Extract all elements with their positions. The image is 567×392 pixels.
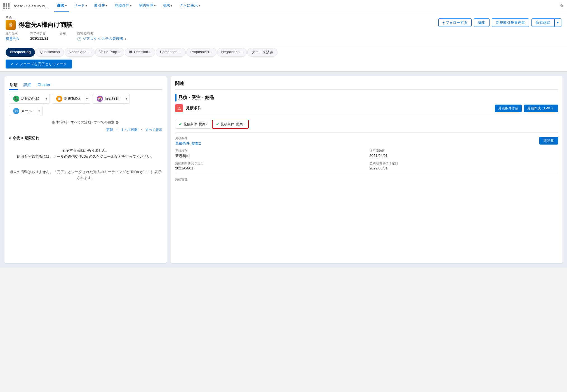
- left-panel: 活動 詳細 Chatter 📞 活動の記録 ▾ 📋 新規ToDo ▾: [4, 76, 167, 263]
- check-icon: ✔: [179, 122, 182, 127]
- follow-button[interactable]: + フォローする: [438, 18, 472, 27]
- chevron-down-icon: ▾: [86, 4, 87, 7]
- top-navigation: soasc - SalesCloud ... 商談 ▾ リード ▾ 取引先 ▾ …: [0, 0, 567, 12]
- kanren-header-row: 見積・受注・納品: [175, 94, 558, 101]
- stage-tab-closed[interactable]: クローズ済み: [247, 48, 277, 57]
- quote-name-field: 見積条件 見積条件_提案2: [175, 136, 201, 146]
- new-action-button[interactable]: 📅 新規行動: [93, 94, 123, 104]
- panel-tabs: 活動 詳細 Chatter: [9, 81, 162, 90]
- kanren-accent-bar: [175, 94, 177, 101]
- nav-label-account: 取引先: [94, 3, 105, 8]
- detail-grid: 見積種別 新規契約 適用開始日 2021/04/01 契約期間 開始予定日 20…: [175, 149, 558, 170]
- stage-tab-prospecting[interactable]: Prospecting: [6, 48, 35, 57]
- upcoming-empty-state: 表示する活動がありません。 使用を開始するには、メールの送信や ToDo のスケ…: [9, 143, 162, 164]
- nav-item-contract[interactable]: 契約管理 ▾: [136, 0, 158, 12]
- stage-tab-needs-analysis[interactable]: Needs Anal...: [65, 48, 95, 57]
- chevron-down-icon: ▾: [9, 136, 11, 140]
- email-dropdown[interactable]: ▾: [36, 106, 43, 116]
- tab-chatter[interactable]: Chatter: [37, 81, 51, 90]
- owner-name[interactable]: ソアスク システム管理者: [83, 36, 124, 41]
- meta-amount: 金額: [60, 32, 66, 36]
- stage-bar: Prospecting Qualification Needs Anal... …: [0, 45, 567, 72]
- quote-tabs: ✔ 見積条件_提案2 ✔ 見積条件_提案1: [175, 120, 558, 129]
- record-icon-title: 商談 ♛ 得意先A様向け商談: [6, 15, 72, 30]
- divider-2: [175, 133, 558, 133]
- app-grid-icon[interactable]: [3, 3, 10, 9]
- email-button[interactable]: ✉ メール: [9, 106, 36, 116]
- stage-tab-negotiation[interactable]: Negotiation...: [217, 48, 247, 57]
- record-meta: 取引先名 得意先A 完了予定日 2030/12/31 金額 商談 所有者 🕐 ソ…: [6, 32, 561, 41]
- quote-section: 見積・受注・納品 ⚠ 見積条件 見積条件作成 見積作成（LWC） ✔ 見積条件_…: [175, 94, 558, 182]
- related-panel-title: 関連: [175, 81, 558, 90]
- new-todo-button[interactable]: 📋 新規ToDo: [52, 94, 84, 104]
- stage-tab-id-decision[interactable]: Id. Decision...: [125, 48, 155, 57]
- nav-item-lead[interactable]: リード ▾: [71, 0, 90, 12]
- main-content: 活動 詳細 Chatter 📞 活動の記録 ▾ 📋 新規ToDo ▾: [0, 72, 567, 268]
- nav-item-quote[interactable]: 見積条件 ▾: [112, 0, 134, 12]
- nav-item-shōdan[interactable]: 商談 ▾: [54, 0, 69, 12]
- btn-group-record-activity: 📞 活動の記録 ▾: [9, 94, 50, 104]
- stage-tab-proposal[interactable]: Proposal/Pr...: [186, 48, 217, 57]
- right-panel: 関連 見積・受注・納品 ⚠ 見積条件 見積条件作成 見積作成（LWC）: [171, 76, 563, 263]
- record-icon: ♛: [6, 20, 16, 30]
- create-quote-button[interactable]: 見積条件作成: [495, 105, 522, 112]
- mark-complete-button[interactable]: ✓ ✓ フェーズを完了としてマーク: [6, 60, 72, 69]
- edit-button[interactable]: 編集: [474, 18, 490, 27]
- new-todo-dropdown[interactable]: ▾: [84, 94, 90, 104]
- create-quote-lwc-button[interactable]: 見積作成（LWC）: [524, 105, 558, 112]
- quote-tab-proposal2[interactable]: ✔ 見積条件_提案2: [175, 120, 211, 129]
- past-activity-section: 過去の活動はありません。「完了」とマークされた過去のミーティングと ToDo が…: [9, 169, 162, 181]
- tab-detail[interactable]: 詳細: [23, 81, 32, 90]
- nav-item-more[interactable]: さらに表示 ▾: [177, 0, 203, 12]
- stage-tab-perception[interactable]: Perception ...: [156, 48, 186, 57]
- refresh-link[interactable]: 更新: [106, 127, 113, 132]
- gear-icon[interactable]: ⚙: [116, 120, 119, 125]
- quote-name-value[interactable]: 見積条件_提案2: [175, 141, 201, 146]
- contract-start-value: 2021/04/01: [175, 166, 364, 170]
- app-title: soasc - SalesCloud ...: [13, 4, 49, 8]
- nav-item-billing[interactable]: 請求 ▾: [160, 0, 175, 12]
- chevron-down-icon: ▾: [171, 4, 172, 7]
- record-activity-button[interactable]: 📞 活動の記録: [9, 94, 43, 104]
- nav-item-account[interactable]: 取引先 ▾: [91, 0, 110, 12]
- divider-3: [175, 174, 558, 174]
- detail-header-row: 見積条件 見積条件_提案2 無効化: [175, 136, 558, 146]
- quote-icon: ⚠: [175, 104, 183, 112]
- record-activity-dropdown[interactable]: ▾: [43, 94, 50, 104]
- tab-activity[interactable]: 活動: [9, 81, 18, 90]
- owner-suffix: ♪: [124, 37, 126, 41]
- quote-action-buttons: 見積条件作成 見積作成（LWC）: [495, 105, 558, 112]
- upcoming-section-title[interactable]: ▾ 今後 & 期限切れ: [9, 136, 162, 141]
- expand-all-link[interactable]: すべて展開: [121, 127, 138, 132]
- account-link[interactable]: 得意先A: [6, 36, 19, 41]
- disable-button[interactable]: 無効化: [539, 137, 558, 145]
- btn-group-new-action: 📅 新規行動 ▾: [93, 94, 130, 104]
- new-action-dropdown[interactable]: ▾: [123, 94, 130, 104]
- new-deal-dropdown[interactable]: ▾: [554, 18, 561, 27]
- chevron-down-icon: ▾: [106, 4, 107, 7]
- meta-due-date: 完了予定日 2030/12/31: [30, 32, 48, 41]
- filter-text: 条件: 常時・すべての活動・すべての種別: [52, 120, 114, 125]
- due-date-value: 2030/12/31: [30, 36, 48, 41]
- section-title: 見積・受注・納品: [178, 95, 214, 101]
- edit-nav-icon[interactable]: ✎: [560, 3, 564, 9]
- new-deal-button[interactable]: 新規商談: [531, 18, 554, 27]
- apply-start-value: 2021/04/01: [370, 154, 558, 158]
- chevron-down-icon: ▾: [199, 4, 200, 7]
- new-account-button[interactable]: 新規取引先責任者: [492, 18, 529, 27]
- contract-start-field: 契約期間 開始予定日 2021/04/01: [175, 161, 364, 170]
- stage-tab-value-prop[interactable]: Value Prop...: [95, 48, 124, 57]
- show-all-link[interactable]: すべて表示: [145, 127, 162, 132]
- quote-tab-proposal1[interactable]: ✔ 見積条件_提案1: [212, 120, 248, 129]
- btn-group-email: ✉ メール ▾: [9, 106, 43, 116]
- owner-row: 🕐 ソアスク システム管理者 ♪: [77, 36, 126, 41]
- quote-type-value: 新規契約: [175, 154, 364, 159]
- contract-end-value: 2022/03/31: [370, 166, 558, 170]
- clock-icon: 🕐: [77, 37, 81, 41]
- filter-links: 更新 ・ すべて展開 ・ すべて表示: [9, 127, 162, 132]
- filter-line: 条件: 常時・すべての活動・すべての種別 ⚙: [9, 120, 162, 125]
- stage-tab-qualification[interactable]: Qualification: [36, 48, 64, 57]
- quote-tab-label-2: 見積条件_提案2: [183, 122, 207, 127]
- nav-label-billing: 請求: [163, 3, 170, 8]
- chevron-down-icon: ▾: [65, 4, 67, 7]
